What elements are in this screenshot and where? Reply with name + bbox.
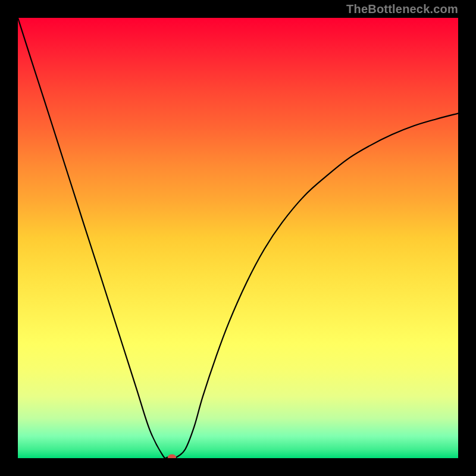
watermark-text: TheBottleneck.com	[346, 2, 458, 16]
plot-gradient-background	[18, 18, 458, 458]
chart-frame: TheBottleneck.com	[0, 0, 476, 476]
